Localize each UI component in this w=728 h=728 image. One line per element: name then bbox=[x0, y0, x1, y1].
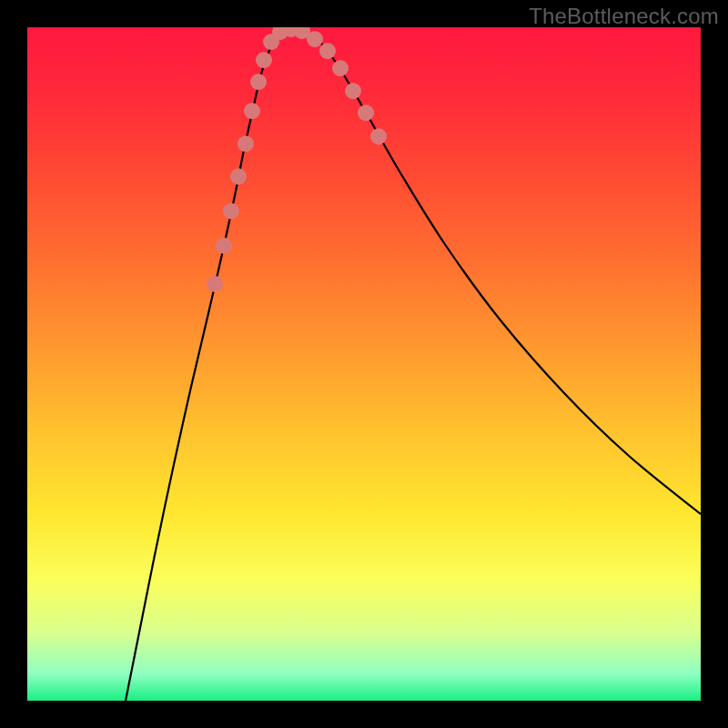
marker-point bbox=[250, 74, 267, 90]
marker-point bbox=[332, 60, 349, 76]
marker-point bbox=[230, 168, 247, 185]
chart-frame: TheBottleneck.com bbox=[0, 0, 728, 728]
marker-point bbox=[244, 103, 260, 119]
chart-svg bbox=[27, 27, 701, 701]
marker-point bbox=[256, 52, 272, 68]
plot-area bbox=[27, 27, 701, 701]
marker-point bbox=[370, 128, 387, 145]
marker-point bbox=[307, 31, 323, 47]
marker-point bbox=[358, 105, 374, 121]
marker-point bbox=[207, 276, 223, 292]
marker-point bbox=[345, 83, 361, 99]
marker-point bbox=[223, 203, 239, 219]
watermark-text: TheBottleneck.com bbox=[529, 4, 719, 29]
marker-point bbox=[216, 238, 232, 254]
gradient-background bbox=[27, 27, 701, 701]
marker-point bbox=[319, 43, 336, 59]
marker-point bbox=[238, 136, 254, 152]
